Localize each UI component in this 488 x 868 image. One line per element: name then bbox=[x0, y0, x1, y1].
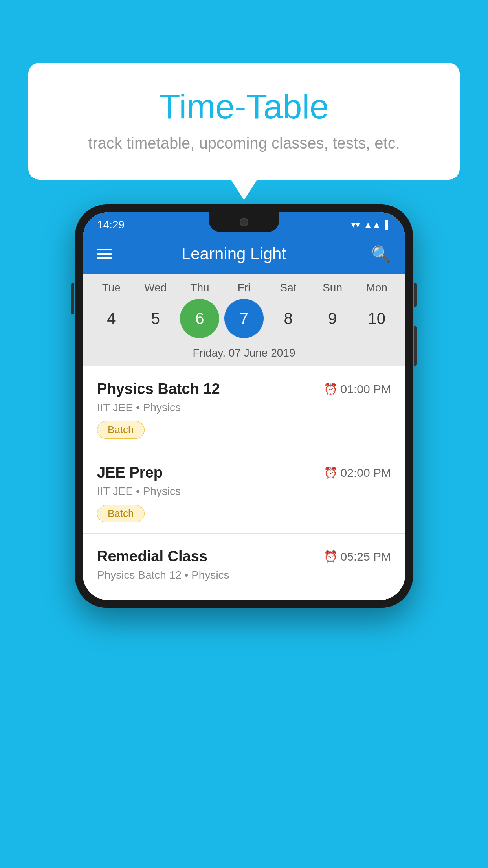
item-3-time: ⏰ 05:25 PM bbox=[324, 550, 391, 563]
item-1-time: ⏰ 01:00 PM bbox=[324, 383, 391, 396]
schedule-item-3: Remedial Class ⏰ 05:25 PM Physics Batch … bbox=[83, 534, 405, 600]
status-icons: ▾▾ ▲▲ ▌ bbox=[351, 220, 391, 230]
schedule-item-2: JEE Prep ⏰ 02:00 PM IIT JEE • Physics Ba… bbox=[83, 450, 405, 534]
status-time: 14:29 bbox=[97, 219, 125, 231]
schedule-item-1: Physics Batch 12 ⏰ 01:00 PM IIT JEE • Ph… bbox=[83, 366, 405, 450]
item-3-subtitle: Physics Batch 12 • Physics bbox=[97, 569, 391, 581]
day-8[interactable]: 8 bbox=[269, 299, 308, 338]
phone-wrapper: 14:29 ▾▾ ▲▲ ▌ Learning Light 🔍 Tue bbox=[75, 204, 413, 608]
item-2-header: JEE Prep ⏰ 02:00 PM bbox=[97, 464, 391, 481]
day-numbers: 4 5 6 7 8 9 10 bbox=[83, 294, 405, 343]
clock-icon-3: ⏰ bbox=[324, 550, 338, 563]
volume-button bbox=[71, 283, 74, 314]
item-3-title: Remedial Class bbox=[97, 548, 207, 565]
day-header-fri: Fri bbox=[224, 281, 264, 294]
item-1-title: Physics Batch 12 bbox=[97, 381, 220, 397]
batch-badge-2: Batch bbox=[97, 505, 145, 522]
item-2-subtitle: IIT JEE • Physics bbox=[97, 485, 391, 498]
phone-frame: 14:29 ▾▾ ▲▲ ▌ Learning Light 🔍 Tue bbox=[75, 204, 413, 608]
day-6-today[interactable]: 6 bbox=[180, 299, 219, 338]
day-10[interactable]: 10 bbox=[357, 299, 396, 338]
day-header-thu: Thu bbox=[180, 281, 219, 294]
day-7-selected[interactable]: 7 bbox=[224, 299, 264, 338]
phone-screen: 14:29 ▾▾ ▲▲ ▌ Learning Light 🔍 Tue bbox=[83, 212, 405, 600]
signal-icon: ▲▲ bbox=[364, 220, 381, 230]
item-3-header: Remedial Class ⏰ 05:25 PM bbox=[97, 548, 391, 565]
calendar-strip: Tue Wed Thu Fri Sat Sun Mon 4 5 6 7 8 9 … bbox=[83, 274, 405, 366]
volume-down-button bbox=[414, 326, 417, 366]
app-title: Learning Light bbox=[96, 245, 371, 263]
camera-icon bbox=[240, 218, 248, 226]
item-1-header: Physics Batch 12 ⏰ 01:00 PM bbox=[97, 381, 391, 397]
clock-icon-1: ⏰ bbox=[324, 383, 338, 395]
selected-date: Friday, 07 June 2019 bbox=[83, 343, 405, 366]
clock-icon-2: ⏰ bbox=[324, 466, 338, 479]
item-2-title: JEE Prep bbox=[97, 464, 163, 481]
app-header: Learning Light 🔍 bbox=[83, 234, 405, 274]
day-5[interactable]: 5 bbox=[136, 299, 175, 338]
schedule-list: Physics Batch 12 ⏰ 01:00 PM IIT JEE • Ph… bbox=[83, 366, 405, 600]
search-button[interactable]: 🔍 bbox=[371, 245, 391, 263]
day-header-sun: Sun bbox=[313, 281, 352, 294]
speech-bubble: Time-Table track timetable, upcoming cla… bbox=[28, 63, 460, 180]
day-header-sat: Sat bbox=[269, 281, 308, 294]
batch-badge-1: Batch bbox=[97, 421, 145, 439]
day-9[interactable]: 9 bbox=[313, 299, 352, 338]
power-button bbox=[414, 283, 417, 307]
battery-icon: ▌ bbox=[385, 220, 391, 230]
day-header-tue: Tue bbox=[92, 281, 131, 294]
day-header-mon: Mon bbox=[357, 281, 396, 294]
phone-notch bbox=[209, 212, 279, 232]
wifi-icon: ▾▾ bbox=[351, 220, 360, 230]
item-2-time: ⏰ 02:00 PM bbox=[324, 466, 391, 480]
day-header-wed: Wed bbox=[136, 281, 175, 294]
day-headers: Tue Wed Thu Fri Sat Sun Mon bbox=[83, 281, 405, 294]
day-4[interactable]: 4 bbox=[92, 299, 131, 338]
bubble-subtitle: track timetable, upcoming classes, tests… bbox=[52, 134, 436, 152]
item-1-subtitle: IIT JEE • Physics bbox=[97, 401, 391, 414]
bubble-title: Time-Table bbox=[52, 86, 436, 127]
